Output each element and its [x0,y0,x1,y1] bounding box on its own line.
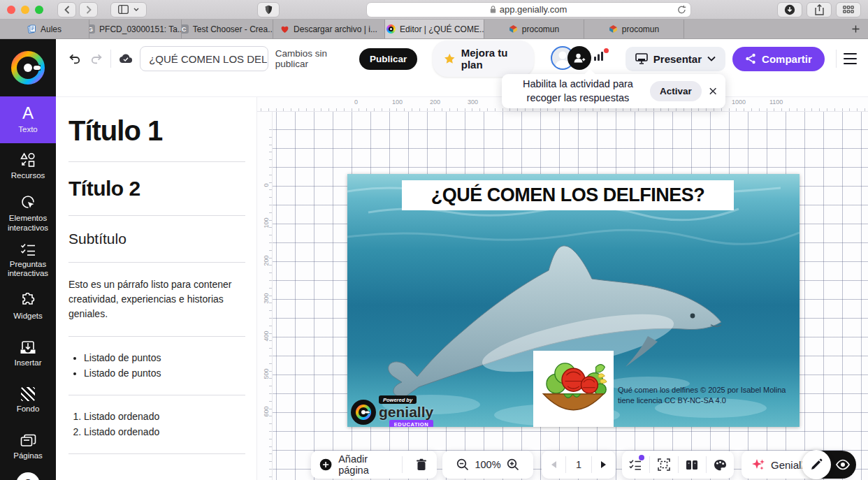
shapes-icon [20,152,36,168]
sidebar-icon [118,5,129,14]
preview-button[interactable] [835,457,851,472]
collaborators [551,46,586,71]
editor-sidebar: A Texto Recursos Elementos interactivos … [0,39,56,480]
publish-button[interactable]: Publicar [359,48,417,70]
forward-button[interactable] [79,2,98,17]
genially-wordmark: genially [379,405,433,419]
style-title1[interactable]: Título 1 [68,115,245,147]
tab-label: Editor | ¿QUÉ COME... [400,24,484,34]
project-title-input[interactable]: ¿QUÉ COMEN LOS DELFI... [140,46,268,71]
download-icon [784,4,795,15]
palette-icon [714,459,727,471]
reload-button[interactable] [677,5,686,15]
style-subtitle[interactable]: Subtítulo [68,231,245,247]
ordered-item: Listado ordenado [84,426,245,439]
maximize-window-button[interactable] [35,6,43,14]
tab-pfcd[interactable]: G PFCD_03000151: Ta... [89,20,181,38]
education-badge: EDUCATION [389,420,433,427]
share-button[interactable]: Compartir [732,47,825,71]
frame-mode-button[interactable] [650,451,677,479]
plus-icon [852,25,860,33]
next-page-button[interactable] [592,451,616,479]
previous-page-button[interactable] [542,451,565,479]
g-favicon: G [89,24,95,34]
salad-image[interactable] [533,351,614,427]
eye-icon [835,457,851,472]
ruler-label: 1000 [732,99,746,106]
ruler-label: 0 [354,99,358,106]
divider [68,453,245,454]
help-button[interactable]: ? [16,472,40,480]
next-triangle-icon [600,460,607,469]
lock-icon [490,6,496,13]
vertical-ruler: 0 100 200 300 400 500 600 [257,112,273,480]
back-button[interactable] [57,2,76,17]
invite-collaborator-button[interactable] [567,46,591,70]
tab-procomun-2[interactable]: procomun [584,20,683,38]
sidebar-item-preguntas-interactivas[interactable]: Preguntas interactivas [0,237,56,284]
menu-button[interactable] [844,53,857,64]
tab-aules[interactable]: Aules [0,20,89,38]
ruler-label: 600 [263,404,270,419]
chevron-down-icon [133,8,139,11]
upgrade-plan-button[interactable]: Mejora tu plan [433,41,534,77]
zoom-in-button[interactable] [507,458,519,471]
genially-favicon [386,24,396,34]
chevron-left-icon [64,6,70,14]
slide-page[interactable]: ¿QUÉ COMEN LOS DELFINES? Qué comen los d… [347,174,800,427]
share-page-button[interactable] [806,2,832,17]
activity-results-button[interactable] [593,50,607,67]
slide-title-banner[interactable]: ¿QUÉ COMEN LOS DELFINES? [402,180,734,210]
tab-editor-active[interactable]: Editor | ¿QUÉ COME... [384,20,484,38]
add-page-button[interactable]: Añadir página [338,453,395,476]
sidebar-item-widgets[interactable]: Widgets [0,284,56,330]
divider [68,215,245,216]
sidebar-toggle-button[interactable] [110,2,147,17]
tab-procomun-1[interactable]: procomun [484,20,584,38]
delete-page-button[interactable] [409,451,434,479]
ruler-label: 200 [430,99,440,106]
ruler-label: 100 [263,215,270,231]
genially-logo[interactable] [10,39,46,96]
sidebar-item-paginas[interactable]: Páginas [0,424,56,471]
tab-overview-button[interactable] [836,2,861,17]
license-text[interactable]: Qué comen los delfines © 2025 por Isabel… [618,385,788,406]
close-tooltip-button[interactable] [709,87,717,96]
style-paragraph[interactable]: Esto es un párrafo listo para contener c… [68,277,245,321]
sidebar-item-fondo[interactable]: Fondo [0,377,56,424]
new-tab-button[interactable] [683,20,868,38]
style-bullet-list[interactable]: Listado de puntos Listado de puntos [68,351,245,380]
undo-button[interactable] [67,50,82,67]
ruler-label: 400 [263,328,270,344]
style-title2[interactable]: Título 2 [68,177,245,201]
aules-favicon [27,24,36,34]
zoom-out-button[interactable] [456,458,469,471]
c-favicon: C [181,24,189,34]
view-tools-bar [622,451,734,479]
privacy-report-button[interactable] [257,2,280,17]
style-ordered-list[interactable]: Listado ordenado Listado ordenado [68,410,245,439]
pages-list-button[interactable] [622,451,649,479]
tab-test-chooser[interactable]: C Test Chooser - Crea... [181,20,273,38]
redo-button[interactable] [89,50,103,67]
ruler-label: 100 [392,99,403,106]
tab-descargar[interactable]: Descargar archivo | i... [273,20,384,38]
theme-colors-button[interactable] [707,451,734,479]
spread-view-button[interactable] [679,451,706,479]
activate-button[interactable]: Activar [650,81,702,101]
sidebar-item-insertar[interactable]: Insertar [0,330,56,377]
zoom-level[interactable]: 100% [475,459,500,470]
divider [402,456,403,473]
sidebar-item-elementos-interactivos[interactable]: Elementos interactivos [0,190,56,237]
sidebar-item-texto[interactable]: A Texto [0,96,56,143]
star-icon [444,52,456,65]
present-button[interactable]: Presentar [625,47,725,71]
close-window-button[interactable] [7,6,15,14]
minimize-window-button[interactable] [21,6,29,14]
page-nav-bar: 1 [542,451,616,479]
downloads-button[interactable] [777,2,802,17]
tooltip-message: Habilita la actividad para recoger las r… [513,78,643,105]
sidebar-item-recursos[interactable]: Recursos [0,143,56,190]
edit-mode-button[interactable] [802,450,831,479]
url-field[interactable]: app.genially.com [366,2,691,17]
